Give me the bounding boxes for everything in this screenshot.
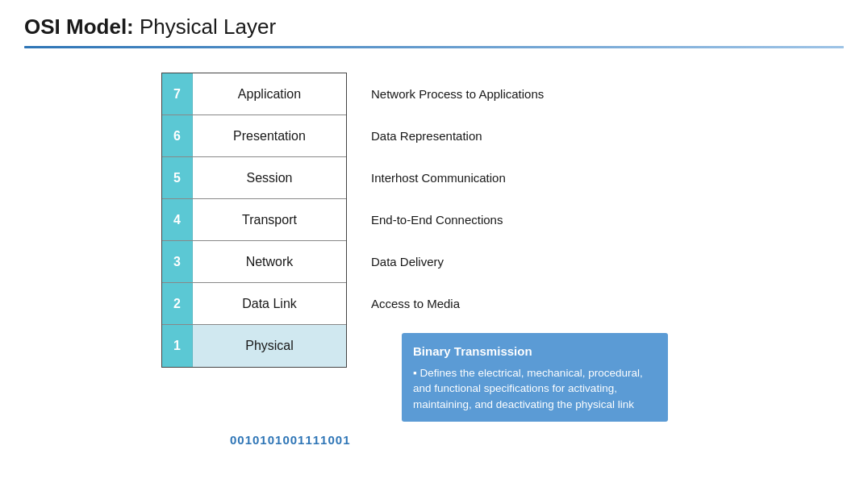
layer-row-2: 2Data Link	[162, 283, 346, 325]
layer-num-4: 4	[162, 199, 193, 240]
layer-desc-4: End-to-End Connections	[371, 198, 544, 240]
layer-row-4: 4Transport	[162, 199, 346, 241]
layer-desc-2: Access to Media	[371, 282, 544, 324]
layer-num-5: 5	[162, 157, 193, 198]
layer-desc-7: Network Process to Applications	[371, 73, 544, 114]
layer-num-7: 7	[162, 73, 193, 114]
layer-num-6: 6	[162, 115, 193, 156]
layer-name-5: Session	[193, 171, 346, 185]
layer-desc-3: Data Delivery	[371, 240, 544, 282]
binary-display: 0010101001111001	[230, 433, 350, 447]
layer-name-2: Data Link	[193, 297, 346, 311]
page-title: OSI Model: Physical Layer	[24, 15, 844, 40]
tooltip-box: Binary Transmission ▪ Defines the electr…	[402, 333, 668, 422]
layer-name-6: Presentation	[193, 129, 346, 144]
layer-row-5: 5Session	[162, 157, 346, 199]
layer-name-4: Transport	[193, 213, 346, 227]
layers-table: 7Application6Presentation5Session4Transp…	[161, 73, 347, 368]
descriptions-column: Network Process to ApplicationsData Repr…	[371, 73, 544, 368]
tooltip-body: ▪ Defines the electrical, mechanical, pr…	[413, 365, 657, 413]
title-subtitle: Physical Layer	[134, 15, 276, 39]
layer-row-3: 3Network	[162, 241, 346, 283]
layer-desc-6: Data Representation	[371, 114, 544, 156]
main-content: 7Application6Presentation5Session4Transp…	[0, 56, 868, 368]
layer-row-7: 7Application	[162, 73, 346, 115]
layer-name-7: Application	[193, 87, 346, 102]
layer-desc-5: Interhost Communication	[371, 156, 544, 198]
layer-name-1: Physical	[193, 339, 346, 353]
tooltip-title: Binary Transmission	[413, 343, 657, 360]
header: OSI Model: Physical Layer	[0, 0, 868, 48]
layer-row-1: 1Physical	[162, 325, 346, 367]
layer-row-6: 6Presentation	[162, 115, 346, 157]
layer-num-2: 2	[162, 283, 193, 324]
layer-num-1: 1	[162, 325, 193, 367]
layer-num-3: 3	[162, 241, 193, 282]
header-divider	[24, 46, 844, 48]
title-main: OSI Model:	[24, 15, 134, 39]
layer-name-3: Network	[193, 255, 346, 269]
